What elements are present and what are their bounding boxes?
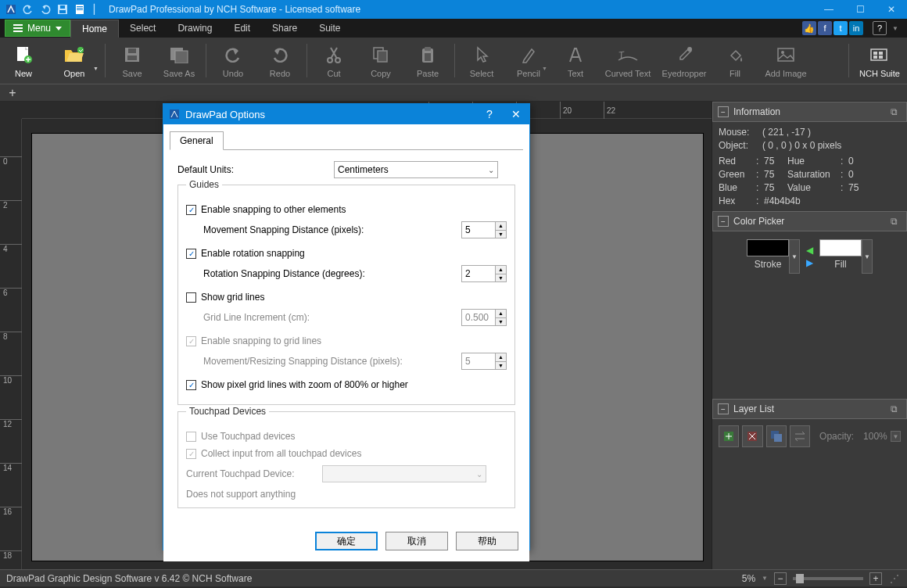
grid-increment-spinner: ▲▼ — [461, 309, 507, 326]
svg-rect-29 — [879, 52, 883, 55]
ok-button[interactable]: 确定 — [315, 532, 378, 550]
popout-icon[interactable]: ⧉ — [891, 403, 902, 414]
tool-cut[interactable]: Cut — [310, 38, 357, 84]
tool-eyedropper[interactable]: Eyedropper — [657, 38, 712, 84]
minimize-button[interactable]: — — [813, 0, 844, 19]
popout-icon[interactable]: ⧉ — [891, 216, 902, 227]
tool-text[interactable]: Text — [552, 38, 599, 84]
show-pixel-grid-checkbox[interactable]: ✓ — [186, 380, 196, 390]
movement-snap-spinner[interactable]: ▲▼ — [461, 221, 507, 238]
svg-point-24 — [687, 47, 692, 52]
maximize-button[interactable]: ☐ — [844, 0, 876, 19]
svg-rect-19 — [378, 51, 387, 62]
collapse-icon[interactable]: − — [718, 403, 729, 414]
tab-suite[interactable]: Suite — [308, 20, 351, 37]
show-grid-checkbox[interactable] — [186, 292, 196, 303]
tool-open[interactable]: Open ▼ — [47, 38, 102, 84]
svg-point-16 — [328, 58, 332, 63]
tool-fill[interactable]: Fill — [712, 38, 758, 84]
close-button[interactable]: ✕ — [876, 0, 907, 19]
tool-copy[interactable]: Copy — [357, 38, 404, 84]
tool-pencil[interactable]: Pencil▼ — [505, 38, 552, 84]
redo-icon[interactable] — [39, 3, 52, 16]
add-layer-button[interactable] — [719, 425, 739, 447]
opacity-dropdown[interactable]: ▼ — [891, 431, 901, 442]
save-icon[interactable] — [56, 3, 69, 16]
help-icon[interactable]: ? — [873, 21, 887, 35]
layer-list-header[interactable]: − Layer List ⧉ — [712, 399, 907, 419]
window-title: DrawPad Professional by NCH Software - L… — [104, 4, 813, 15]
menu-label: Menu — [27, 23, 51, 34]
duplicate-layer-button[interactable] — [766, 425, 787, 447]
info-panel-header[interactable]: − Information ⧉ — [712, 102, 907, 122]
dialog-close-button[interactable]: ✕ — [503, 104, 529, 124]
linkedin-icon[interactable]: in — [849, 21, 863, 35]
fill-dropdown[interactable]: ▼ — [862, 239, 873, 274]
document-tab-strip: + — [0, 84, 907, 102]
collapse-icon[interactable]: − — [718, 216, 729, 227]
cancel-button[interactable]: 取消 — [385, 532, 448, 550]
zoom-dropdown-icon[interactable]: ▼ — [762, 575, 768, 582]
tool-curved-text[interactable]: TCurved Text — [599, 38, 657, 84]
status-bar: DrawPad Graphic Design Software v 6.42 ©… — [0, 569, 907, 586]
dialog-title-bar[interactable]: DrawPad Options ? ✕ — [163, 104, 529, 124]
main-menu-button[interactable]: Menu — [5, 20, 70, 37]
default-units-select[interactable]: Centimeters⌄ — [334, 161, 498, 178]
twitter-icon[interactable]: t — [834, 21, 848, 35]
svg-rect-7 — [77, 9, 83, 10]
tool-select[interactable]: Select — [458, 38, 505, 84]
tool-paste[interactable]: Paste — [404, 38, 451, 84]
move-resize-snap-spinner: ▲▼ — [461, 353, 507, 370]
tab-drawing[interactable]: Drawing — [167, 20, 223, 37]
hamburger-icon — [13, 24, 23, 32]
tool-save[interactable]: Save — [109, 38, 156, 84]
facebook-icon[interactable]: f — [818, 21, 832, 35]
tab-share[interactable]: Share — [261, 20, 308, 37]
swap-colors-button[interactable]: ◀▶ — [806, 245, 813, 268]
tab-select[interactable]: Select — [119, 20, 167, 37]
fill-swatch[interactable]: Fill — [819, 239, 862, 274]
stroke-swatch[interactable]: Stroke — [747, 239, 789, 274]
tab-home[interactable]: Home — [70, 20, 119, 38]
dialog-help-button[interactable]: ? — [476, 104, 503, 124]
collapse-icon[interactable]: − — [718, 106, 729, 117]
color-picker-header[interactable]: − Color Picker ⧉ — [712, 211, 907, 231]
zoom-in-button[interactable]: + — [869, 572, 882, 585]
app-icon — [5, 3, 17, 16]
resize-grip-icon: ⋰ — [888, 573, 901, 584]
svg-rect-21 — [425, 47, 431, 51]
tool-redo[interactable]: Redo — [256, 38, 303, 84]
add-tab-button[interactable]: + — [3, 86, 22, 100]
svg-rect-31 — [879, 56, 883, 59]
zoom-value: 5% — [742, 573, 755, 584]
touchpad-fieldset: Touchpad Devices Use Touchpad devices ✓ … — [177, 411, 515, 508]
help-dropdown-icon[interactable]: ▼ — [888, 21, 902, 35]
enable-grid-snap-checkbox: ✓ — [186, 336, 196, 346]
tool-nch-suite[interactable]: NCH Suite — [852, 38, 907, 84]
undo-icon[interactable] — [22, 3, 34, 16]
tool-undo[interactable]: Undo — [210, 38, 256, 84]
zoom-out-button[interactable]: − — [774, 572, 787, 585]
svg-point-26 — [781, 51, 784, 54]
tool-add-image[interactable]: Add Image — [758, 38, 813, 84]
like-icon[interactable]: 👍 — [802, 21, 816, 35]
merge-layer-button[interactable] — [790, 425, 810, 447]
dialog-tab-general[interactable]: General — [170, 131, 224, 150]
popout-icon[interactable]: ⧉ — [891, 106, 902, 117]
info-panel-body: Mouse:( 221 , -17 ) Object:( 0 , 0 ) 0 x… — [712, 122, 907, 211]
tab-edit[interactable]: Edit — [223, 20, 261, 37]
rotation-snap-spinner[interactable]: ▲▼ — [461, 265, 507, 282]
svg-rect-30 — [873, 56, 877, 59]
help-button[interactable]: 帮助 — [456, 532, 518, 550]
ribbon-toolbar: New Open ▼ Save Save As Undo Redo Cut Co… — [0, 38, 907, 84]
zoom-slider[interactable] — [793, 577, 863, 580]
enable-rotation-checkbox[interactable]: ✓ — [186, 249, 196, 259]
new-doc-icon[interactable] — [73, 3, 86, 16]
svg-point-17 — [335, 58, 340, 63]
svg-rect-12 — [127, 56, 137, 60]
stroke-dropdown[interactable]: ▼ — [789, 239, 800, 274]
tool-new[interactable]: New — [0, 38, 47, 84]
enable-snapping-checkbox[interactable]: ✓ — [186, 205, 196, 215]
tool-save-as[interactable]: Save As — [156, 38, 203, 84]
delete-layer-button[interactable] — [742, 425, 762, 447]
